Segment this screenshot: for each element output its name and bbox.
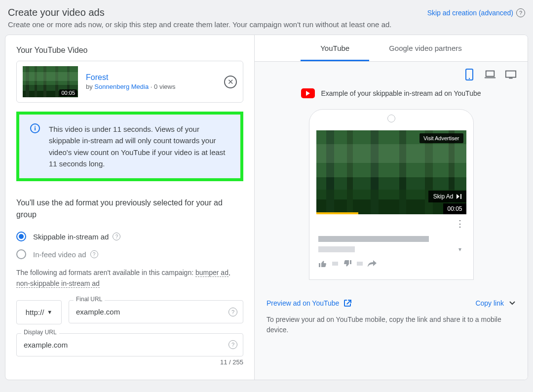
radio-label-skippable: Skippable in-stream ad xyxy=(33,233,109,241)
youtube-icon xyxy=(301,88,315,98)
help-icon[interactable]: ? xyxy=(228,340,237,349)
preview-tabs: YouTube Google video partners xyxy=(255,35,528,62)
help-icon[interactable]: ? xyxy=(228,308,237,316)
display-url-label: Display URL xyxy=(21,329,59,336)
svg-rect-26 xyxy=(460,194,461,199)
external-link-icon xyxy=(343,299,352,308)
placeholder-bar xyxy=(318,236,429,242)
help-icon[interactable]: ? xyxy=(113,233,120,240)
phone-speaker-icon xyxy=(387,115,395,122)
tab-youtube[interactable]: YouTube xyxy=(301,35,369,61)
phone-preview: Visit Advertiser Skip Ad 00:05 ⋮ ▾ xyxy=(309,109,474,280)
info-icon: i xyxy=(30,123,40,133)
device-tv-icon[interactable] xyxy=(505,69,517,80)
page-title: Create your video ads xyxy=(8,7,105,18)
video-player-preview: Visit Advertiser Skip Ad 00:05 xyxy=(316,130,466,214)
help-icon[interactable]: ? xyxy=(90,250,98,258)
preview-heading: Example of your skippable in-stream ad o… xyxy=(321,89,481,97)
dropdown-icon: ▼ xyxy=(47,309,52,315)
svg-rect-24 xyxy=(316,144,466,163)
help-icon[interactable]: ? xyxy=(516,8,525,17)
skip-ad-creation-link[interactable]: Skip ad creation (advanced) xyxy=(427,9,513,17)
svg-point-10 xyxy=(469,78,470,79)
thumbs-up-icon xyxy=(318,260,327,268)
preview-note: To preview your ad on YouTube mobile, co… xyxy=(266,314,516,335)
tab-partners[interactable]: Google video partners xyxy=(369,35,482,61)
video-menu-icon[interactable]: ⋮ xyxy=(309,214,473,230)
display-url-input[interactable] xyxy=(16,333,243,356)
format-heading: You'll use the ad format you previously … xyxy=(16,197,243,221)
placeholder-pill xyxy=(357,262,363,266)
protocol-value: http:// xyxy=(26,308,44,316)
video-card: 00:05 Forest by Sonnenberg Media · 0 vie… xyxy=(16,61,243,103)
your-video-heading: Your YouTube Video xyxy=(16,46,243,55)
svg-rect-13 xyxy=(506,71,516,78)
channel-link[interactable]: Sonnenberg Media xyxy=(94,83,149,90)
by-prefix: by xyxy=(86,83,94,90)
placeholder-bar xyxy=(318,246,355,252)
radio-icon xyxy=(16,249,26,259)
device-mobile-icon[interactable] xyxy=(463,69,475,80)
info-text: This video is under 11 seconds. Views of… xyxy=(49,123,230,169)
remove-video-button[interactable]: ✕ xyxy=(224,76,237,88)
progress-bar xyxy=(316,212,358,214)
svg-rect-14 xyxy=(509,78,512,78)
final-url-label: Final URL xyxy=(74,296,105,303)
char-count: 11 / 255 xyxy=(16,358,243,366)
chevron-down-icon xyxy=(509,300,516,307)
radio-icon xyxy=(16,232,26,241)
page-subtitle: Create one or more ads now, or skip this… xyxy=(8,20,525,29)
chevron-down-icon: ▾ xyxy=(458,246,464,253)
radio-label-infeed: In-feed video ad xyxy=(33,250,86,259)
thumbs-down-icon xyxy=(343,260,352,268)
radio-skippable[interactable]: Skippable in-stream ad? xyxy=(16,232,243,241)
radio-infeed[interactable]: In-feed video ad? xyxy=(16,249,243,259)
copy-link-button[interactable]: Copy link xyxy=(475,299,516,307)
share-icon xyxy=(368,260,377,267)
placeholder-pill xyxy=(332,262,338,266)
views-text: · 0 views xyxy=(149,83,175,90)
svg-rect-12 xyxy=(485,78,495,78)
visit-advertiser-button[interactable]: Visit Advertiser xyxy=(419,133,463,143)
preview-on-youtube-link[interactable]: Preview ad on YouTube xyxy=(266,299,352,308)
info-alert: i This video is under 11 seconds. Views … xyxy=(16,112,243,181)
video-title-link[interactable]: Forest xyxy=(86,73,108,81)
svg-rect-8 xyxy=(23,72,78,81)
final-url-input[interactable] xyxy=(69,300,243,323)
video-thumbnail[interactable]: 00:05 xyxy=(23,66,78,97)
unavailable-formats-text: The following ad formats aren't availabl… xyxy=(16,267,243,289)
skip-icon xyxy=(457,194,461,199)
protocol-select[interactable]: http:// ▼ xyxy=(16,300,62,324)
device-laptop-icon[interactable] xyxy=(484,69,496,80)
thumbnail-duration: 00:05 xyxy=(59,89,77,96)
svg-rect-11 xyxy=(486,71,495,77)
skip-ad-button[interactable]: Skip Ad xyxy=(428,191,466,202)
player-duration: 00:05 xyxy=(443,203,466,214)
